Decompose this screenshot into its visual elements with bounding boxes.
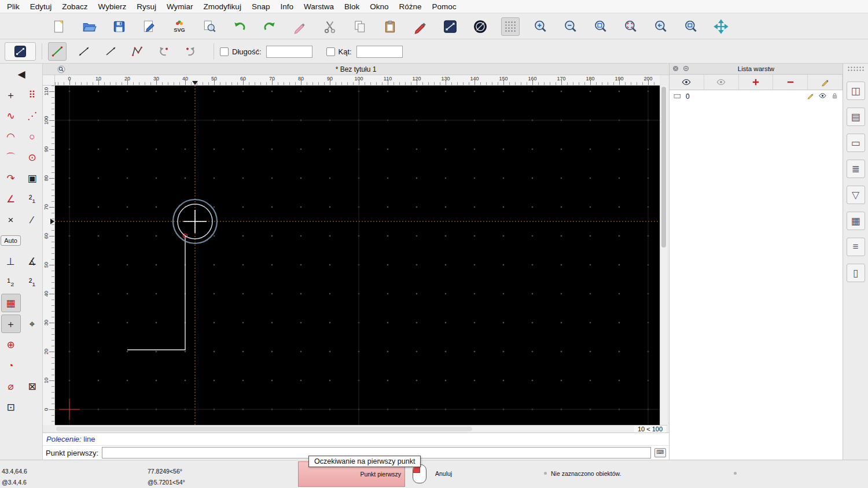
zoom-auto-icon[interactable]: [591, 17, 610, 36]
arc-icon[interactable]: ◠: [1, 127, 21, 146]
vertical-scrollbar[interactable]: [660, 86, 667, 425]
close-icon[interactable]: [672, 65, 679, 73]
grid-snap-icon[interactable]: [501, 17, 520, 36]
slash-line-icon[interactable]: ∕: [23, 210, 42, 229]
dock-3d-view-icon[interactable]: ◫: [847, 82, 865, 100]
snap-distance-icon[interactable]: ⌀: [1, 377, 21, 395]
cross-lines-icon[interactable]: ×: [1, 210, 21, 229]
add-layer-icon[interactable]: [739, 75, 774, 90]
snap-angle-icon[interactable]: ◔: [1, 356, 21, 375]
menu-plik[interactable]: Plik: [7, 2, 20, 11]
dock-filter-icon[interactable]: ▽: [847, 186, 865, 204]
line-tool-icon[interactable]: [441, 17, 459, 36]
menu-okno[interactable]: Okno: [370, 2, 388, 11]
restrict-ortho-icon[interactable]: ⊠: [23, 377, 42, 395]
copy-icon[interactable]: [351, 17, 369, 36]
line-both-arrows-icon[interactable]: [75, 42, 93, 61]
paste-icon[interactable]: [381, 17, 399, 36]
new-document-icon[interactable]: [50, 17, 68, 36]
spline-icon[interactable]: ∿: [1, 106, 21, 125]
dock-panel-icon[interactable]: ▭: [847, 134, 865, 152]
angle-a-icon[interactable]: ∡: [23, 252, 42, 271]
zoom-pan-icon[interactable]: [712, 17, 730, 36]
polyline-icon[interactable]: [128, 42, 146, 61]
remove-layer-icon[interactable]: [773, 75, 808, 90]
erase-pen-icon[interactable]: [290, 17, 309, 36]
order-2-1-icon[interactable]: ²₁: [23, 190, 42, 208]
save-icon[interactable]: [110, 17, 128, 36]
menu-różne[interactable]: Różne: [399, 2, 422, 11]
dock-library-icon[interactable]: ▯: [847, 264, 865, 282]
points-grid-icon[interactable]: ⠿: [23, 86, 42, 104]
points-single-icon[interactable]: ＋: [1, 86, 21, 104]
zoom-previous-icon[interactable]: [652, 17, 670, 36]
palette-collapse-icon[interactable]: ◀: [12, 68, 31, 80]
menu-info[interactable]: Info: [280, 2, 293, 11]
image-insert-icon[interactable]: ▦: [1, 294, 21, 312]
dock-command-line-icon[interactable]: ≡: [847, 238, 865, 256]
zoom-in-icon[interactable]: [531, 17, 550, 36]
zoom-window-icon[interactable]: [682, 17, 700, 36]
circle-center-icon[interactable]: ⊙: [23, 148, 42, 167]
angle-input[interactable]: [356, 46, 403, 58]
axis-yx-icon[interactable]: ⊥: [1, 252, 21, 271]
eye-icon[interactable]: [818, 91, 827, 102]
menu-rysuj[interactable]: Rysuj: [137, 2, 156, 11]
print-preview-icon[interactable]: [200, 17, 219, 36]
keyboard-toggle-icon[interactable]: ⌨: [654, 448, 666, 457]
zoom-out-icon[interactable]: [561, 17, 580, 36]
dock-block-list-icon[interactable]: ≣: [847, 160, 865, 178]
redo-point-icon[interactable]: [181, 42, 200, 61]
order-2-1b-icon[interactable]: ²₁: [23, 273, 42, 291]
open-folder-icon[interactable]: [80, 17, 98, 36]
dock-properties-icon[interactable]: ▦: [847, 212, 865, 230]
menu-edytuj[interactable]: Edytuj: [30, 2, 52, 11]
eye-icon[interactable]: [670, 75, 704, 90]
lock-icon[interactable]: [830, 91, 839, 102]
zoom-redraw-icon[interactable]: [621, 17, 640, 36]
menu-blok[interactable]: Blok: [344, 2, 359, 11]
circle-icon[interactable]: ○: [23, 127, 42, 146]
curve-point-icon[interactable]: ⌒: [1, 148, 21, 167]
line-segment-icon[interactable]: [48, 42, 67, 61]
export-svg-icon[interactable]: SVG: [170, 17, 189, 36]
menu-pomoc[interactable]: Pomoc: [432, 2, 457, 11]
edit-layer-icon[interactable]: [806, 91, 815, 102]
line-one-arrow-icon[interactable]: [101, 42, 120, 61]
menu-zmodyfikuj[interactable]: Zmodyfikuj: [204, 2, 241, 11]
menu-zobacz[interactable]: Zobacz: [62, 2, 87, 11]
rect-corner-icon[interactable]: ▣: [23, 169, 42, 187]
detach-icon[interactable]: [682, 65, 690, 73]
angle-lines-icon[interactable]: ∠: [1, 190, 21, 208]
eye-gray-icon[interactable]: [704, 75, 739, 90]
length-checkbox[interactable]: [220, 47, 229, 56]
angle-checkbox[interactable]: [326, 47, 335, 56]
scrollbar-thumb[interactable]: [661, 87, 666, 247]
menu-wybierz[interactable]: Wybierz: [98, 2, 127, 11]
menu-wymiar[interactable]: Wymiar: [167, 2, 193, 11]
draw-pen-icon[interactable]: [411, 17, 429, 36]
cut-icon[interactable]: [321, 17, 339, 36]
edit-layer-icon[interactable]: [808, 75, 843, 90]
auto-snap-button[interactable]: Auto: [1, 235, 21, 246]
snap-free-icon[interactable]: ＋: [1, 315, 21, 333]
horizontal-scrollbar[interactable]: 10 < 100: [55, 425, 667, 432]
menu-snap[interactable]: Snap: [252, 2, 270, 11]
menu-warstwa[interactable]: Warstwa: [304, 2, 334, 11]
redo-icon[interactable]: [260, 17, 279, 36]
order-1-2-icon[interactable]: ¹₂: [1, 273, 21, 291]
arc-tangent-icon[interactable]: ↷: [1, 169, 21, 187]
dock-layers-icon[interactable]: ▤: [847, 108, 865, 126]
edit-drawing-icon[interactable]: [140, 17, 159, 36]
polyline-nodes-icon[interactable]: ⋰: [23, 106, 42, 125]
layer-row[interactable]: 0: [670, 90, 843, 103]
snap-grid-icon[interactable]: ⌖: [23, 315, 42, 333]
snap-center-icon[interactable]: ⊕: [1, 335, 21, 354]
length-input[interactable]: [266, 46, 312, 58]
scrollbar-thumb[interactable]: [56, 427, 472, 431]
undo-icon[interactable]: [230, 17, 249, 36]
drawing-canvas[interactable]: [55, 86, 660, 425]
undo-point-icon[interactable]: [155, 42, 173, 61]
ellipse-tool-icon[interactable]: [471, 17, 490, 36]
lock-relative-icon[interactable]: ⊡: [1, 398, 21, 416]
